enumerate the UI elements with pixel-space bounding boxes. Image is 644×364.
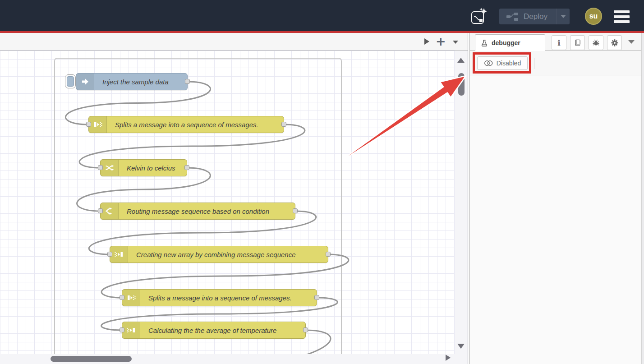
flow-node-join[interactable]: Calculating the the average of temperatu… — [122, 322, 306, 339]
flow-node-join[interactable]: Creating new array by combining message … — [110, 246, 328, 263]
window-scrollbar-strip — [641, 33, 644, 364]
input-port[interactable] — [98, 208, 103, 213]
gear-icon — [611, 39, 619, 47]
book-icon — [574, 39, 581, 46]
output-port[interactable] — [326, 252, 331, 257]
node-label: Creating new array by combining message … — [136, 251, 296, 258]
node-label: Splits a message into a sequence of mess… — [148, 294, 292, 302]
scroll-down-arrow-icon[interactable] — [457, 344, 465, 349]
output-port[interactable] — [293, 208, 298, 213]
debug-button[interactable] — [589, 35, 603, 50]
avatar-initials: su — [589, 12, 598, 20]
split-icon — [122, 290, 140, 306]
output-port[interactable] — [303, 327, 308, 332]
node-label: Calculating the the average of temperatu… — [148, 327, 276, 334]
tabbar-separator — [416, 33, 416, 50]
join-icon — [122, 322, 140, 338]
vertical-scrollbar-thumb[interactable] — [458, 73, 465, 96]
scroll-right-arrow-icon[interactable] — [446, 355, 451, 361]
flow-node-split[interactable]: Splits a message into a sequence of mess… — [88, 116, 284, 133]
add-flow-icon[interactable]: + — [436, 34, 446, 48]
settings-button[interactable] — [607, 35, 622, 50]
vertical-scrollbar[interactable] — [455, 51, 468, 364]
user-avatar[interactable]: su — [585, 8, 602, 25]
sidebar-tabs-caret-icon[interactable] — [628, 40, 635, 44]
info-icon: i — [557, 38, 560, 47]
output-port[interactable] — [185, 79, 190, 84]
deploy-button[interactable]: Deploy — [499, 9, 570, 24]
debug-messages-panel — [470, 75, 644, 364]
flow-assistant-icon[interactable] — [470, 7, 488, 25]
flow-node-split[interactable]: Splits a message into a sequence of mess… — [122, 289, 317, 306]
flow-node-switch[interactable]: Routing message sequence based on condit… — [100, 203, 295, 220]
inject-trigger-button[interactable] — [65, 74, 76, 88]
tab-debugger[interactable]: debugger — [475, 34, 545, 51]
output-port[interactable] — [281, 122, 286, 127]
toolbar-separator — [534, 58, 534, 69]
switch-fork-icon — [101, 203, 119, 219]
node-red-editor: Deploy su + Inject the sample dataSplits… — [0, 0, 644, 364]
split-icon — [89, 116, 107, 133]
output-port[interactable] — [184, 165, 189, 170]
deploy-icon — [506, 12, 518, 21]
input-port[interactable] — [120, 295, 124, 300]
node-label: Splits a message into a sequence of mess… — [115, 121, 258, 129]
help-button[interactable] — [570, 35, 585, 50]
flask-icon — [481, 39, 488, 47]
inject-trigger-inner — [67, 76, 74, 87]
info-button[interactable]: i — [552, 35, 566, 50]
tab-debugger-label: debugger — [492, 39, 520, 46]
deploy-label: Deploy — [524, 12, 556, 21]
change-shuffle-icon — [101, 160, 119, 176]
sidebar: debugger i — [469, 33, 644, 364]
node-label: Kelvin to celcius — [127, 164, 175, 172]
input-port[interactable] — [98, 165, 103, 170]
flow-node-change[interactable]: Kelvin to celcius — [100, 159, 187, 176]
bug-icon — [592, 39, 600, 46]
next-tab-icon[interactable] — [424, 38, 429, 45]
output-port[interactable] — [314, 295, 319, 300]
join-icon — [110, 246, 128, 263]
inject-arrow-icon — [76, 74, 94, 90]
input-port[interactable] — [120, 327, 124, 332]
workspace-tabbar — [0, 33, 468, 51]
app-header: Deploy su — [0, 0, 644, 31]
red-annotation-box — [473, 52, 531, 74]
node-label: Routing message sequence based on condit… — [127, 207, 269, 215]
flow-node-inject[interactable]: Inject the sample data — [76, 73, 188, 90]
input-port[interactable] — [107, 252, 112, 257]
scroll-up-arrow-icon[interactable] — [457, 58, 465, 63]
node-label: Inject the sample data — [102, 78, 169, 86]
horizontal-scrollbar-thumb[interactable] — [51, 356, 132, 362]
header-accent-line — [0, 31, 644, 33]
chevron-down-icon — [561, 15, 566, 18]
main-menu-button[interactable] — [614, 10, 630, 23]
flow-list-caret-icon[interactable] — [453, 41, 458, 44]
deploy-options-caret[interactable] — [556, 9, 570, 24]
input-port[interactable] — [86, 122, 91, 127]
